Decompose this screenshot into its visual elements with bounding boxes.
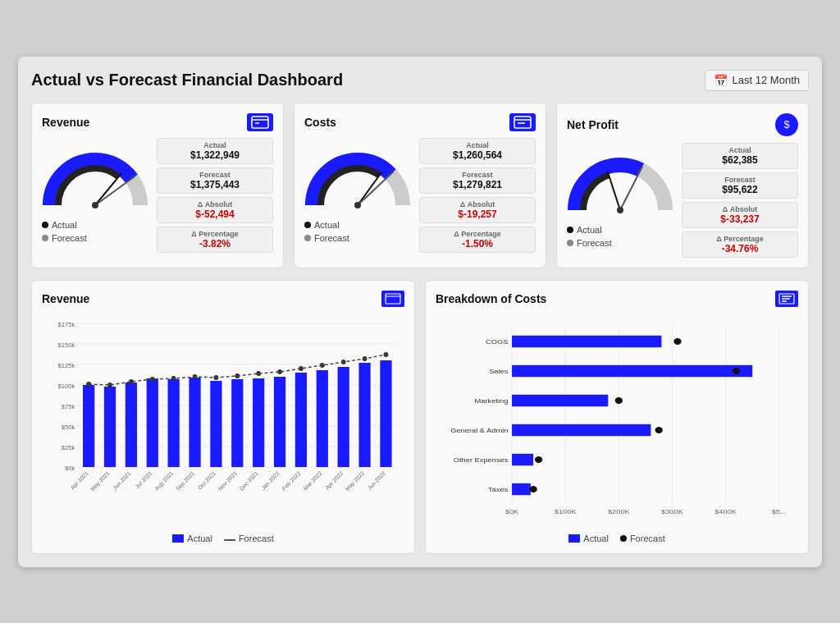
revenue-kpi-card: Revenue Actual Forecast bbox=[31, 103, 284, 268]
netprofit-legend: Actual Forecast bbox=[567, 225, 673, 248]
revenue-chart-icon bbox=[381, 291, 404, 307]
svg-text:Jan 2022: Jan 2022 bbox=[260, 470, 281, 491]
costs-bar-legend-forecast: Forecast bbox=[620, 534, 665, 543]
svg-rect-24 bbox=[83, 385, 94, 467]
svg-rect-32 bbox=[253, 378, 264, 467]
netprofit-actual-box: Actual $62,385 bbox=[682, 143, 798, 169]
netprofit-body: Actual Forecast Actual $62,385 For bbox=[567, 143, 798, 258]
netprofit-forecast-box: Forecast $95,622 bbox=[682, 172, 798, 199]
kpi-row: Revenue Actual Forecast bbox=[31, 103, 809, 268]
costs-legend-forecast: Forecast bbox=[304, 233, 411, 243]
svg-text:$0K: $0K bbox=[505, 507, 519, 515]
svg-point-99 bbox=[535, 456, 542, 463]
revenue-legend-forecast: Forecast bbox=[42, 233, 148, 243]
svg-text:Taxes: Taxes bbox=[488, 485, 509, 492]
revenue-body: Actual Forecast Actual $1,322,949 bbox=[42, 138, 273, 253]
costs-chart-header: Breakdown of Costs bbox=[436, 291, 798, 307]
calendar-icon: 📅 bbox=[714, 74, 728, 87]
svg-text:Sep 2021: Sep 2021 bbox=[175, 470, 196, 492]
svg-point-93 bbox=[615, 397, 623, 404]
svg-text:Jul 2021: Jul 2021 bbox=[135, 470, 153, 489]
page-title: Actual vs Forecast Financial Dashboard bbox=[31, 71, 343, 89]
svg-text:COGS: COGS bbox=[486, 337, 509, 345]
netprofit-kpi-card: Net Profit $ Actual Forecast bbox=[556, 103, 809, 268]
netprofit-gauge-area: Actual Forecast bbox=[567, 153, 673, 248]
svg-rect-86 bbox=[512, 335, 661, 346]
svg-text:$0k: $0k bbox=[65, 464, 75, 471]
revenue-actual-box: Actual $1,322,949 bbox=[157, 138, 273, 164]
revenue-absolut-box: Δ Absolut $-52,494 bbox=[157, 197, 273, 223]
svg-text:General & Admin: General & Admin bbox=[450, 426, 508, 433]
date-filter-label: Last 12 Month bbox=[733, 74, 800, 86]
netprofit-absolut-box: Δ Absolut $-33,237 bbox=[682, 202, 798, 228]
costs-card-header: Costs bbox=[304, 113, 536, 131]
costs-horizontal-chart: $0K$100K$200K$300K$400K$5...COGSSalesMar… bbox=[436, 315, 798, 529]
costs-forecast-box: Forecast $1,279,821 bbox=[419, 167, 536, 194]
svg-text:May 2021: May 2021 bbox=[89, 470, 112, 492]
svg-rect-101 bbox=[512, 483, 531, 494]
costs-kpi-card: Costs Actual Forecast bbox=[294, 103, 546, 268]
svg-point-87 bbox=[673, 338, 681, 345]
netprofit-icon: $ bbox=[775, 113, 798, 136]
svg-text:Aug 2021: Aug 2021 bbox=[153, 470, 175, 492]
svg-point-96 bbox=[655, 427, 663, 433]
svg-text:$150k: $150k bbox=[57, 341, 75, 348]
revenue-gauge-area: Actual Forecast bbox=[42, 148, 148, 243]
svg-text:Jun 2022: Jun 2022 bbox=[367, 470, 387, 491]
revenue-legend: Actual Forecast bbox=[42, 220, 148, 243]
costs-gauge-area: Actual Forecast bbox=[304, 148, 411, 243]
svg-rect-27 bbox=[147, 378, 158, 467]
svg-text:Feb 2022: Feb 2022 bbox=[281, 470, 302, 491]
svg-text:$400K: $400K bbox=[714, 507, 737, 515]
svg-text:Oct 2021: Oct 2021 bbox=[197, 470, 217, 490]
svg-text:$25k: $25k bbox=[62, 443, 75, 451]
svg-text:Dec 2021: Dec 2021 bbox=[239, 470, 259, 491]
netprofit-legend-actual: Actual bbox=[567, 225, 673, 235]
header: Actual vs Forecast Financial Dashboard 📅… bbox=[31, 70, 809, 91]
revenue-bar-chart: $0k$25k$50k$75k$100k$125k$150k$175kApr 2… bbox=[42, 315, 404, 529]
chart-row: Revenue $0k$25k$50k$75k$100k$125k$150k$1… bbox=[31, 280, 809, 554]
revenue-forecast-box: Forecast $1,375,443 bbox=[157, 167, 273, 194]
svg-rect-3 bbox=[514, 117, 531, 128]
svg-point-90 bbox=[733, 368, 740, 374]
netprofit-pct-box: Δ Percentage -34.76% bbox=[682, 231, 798, 258]
revenue-card-header: Revenue bbox=[42, 113, 273, 131]
costs-chart-icon bbox=[775, 291, 798, 307]
revenue-legend-actual: Actual bbox=[42, 220, 148, 230]
svg-text:Apr 2022: Apr 2022 bbox=[324, 470, 345, 491]
svg-text:$300K: $300K bbox=[661, 507, 683, 515]
revenue-chart-legend: Actual Forecast bbox=[42, 534, 404, 543]
svg-rect-33 bbox=[274, 377, 285, 467]
svg-text:Marketing: Marketing bbox=[475, 396, 509, 404]
svg-point-102 bbox=[529, 486, 536, 492]
revenue-bar-legend-actual: Actual bbox=[172, 534, 212, 543]
costs-absolut-box: Δ Absolut $-19,257 bbox=[419, 197, 536, 223]
svg-rect-31 bbox=[231, 379, 243, 467]
svg-text:$5...: $5... bbox=[772, 507, 787, 515]
svg-text:Mar 2022: Mar 2022 bbox=[303, 470, 323, 491]
svg-rect-30 bbox=[210, 381, 221, 467]
svg-text:May 2022: May 2022 bbox=[345, 470, 367, 492]
svg-text:Sales: Sales bbox=[489, 367, 509, 374]
svg-rect-29 bbox=[189, 378, 200, 467]
revenue-icon bbox=[247, 113, 273, 131]
revenue-bar-legend-forecast: Forecast bbox=[224, 534, 274, 543]
date-filter[interactable]: 📅 Last 12 Month bbox=[705, 70, 809, 91]
svg-rect-6 bbox=[386, 294, 400, 304]
netprofit-stats: Actual $62,385 Forecast $95,622 Δ Absolu… bbox=[682, 143, 798, 258]
costs-icon bbox=[509, 113, 536, 131]
svg-rect-37 bbox=[358, 363, 370, 467]
svg-text:$200K: $200K bbox=[608, 507, 630, 515]
svg-text:$175k: $175k bbox=[57, 320, 75, 328]
svg-rect-25 bbox=[104, 387, 116, 467]
svg-rect-35 bbox=[317, 370, 328, 467]
revenue-chart-card: Revenue $0k$25k$50k$75k$100k$125k$150k$1… bbox=[31, 280, 415, 554]
svg-rect-38 bbox=[380, 360, 391, 467]
revenue-chart-title: Revenue bbox=[42, 292, 89, 305]
netprofit-card-header: Net Profit $ bbox=[567, 113, 798, 136]
svg-rect-95 bbox=[512, 424, 651, 435]
svg-text:Nov 2021: Nov 2021 bbox=[217, 470, 238, 491]
svg-rect-26 bbox=[126, 383, 137, 467]
costs-chart-title: Breakdown of Costs bbox=[436, 292, 546, 305]
revenue-stats: Actual $1,322,949 Forecast $1,375,443 Δ … bbox=[157, 138, 273, 253]
